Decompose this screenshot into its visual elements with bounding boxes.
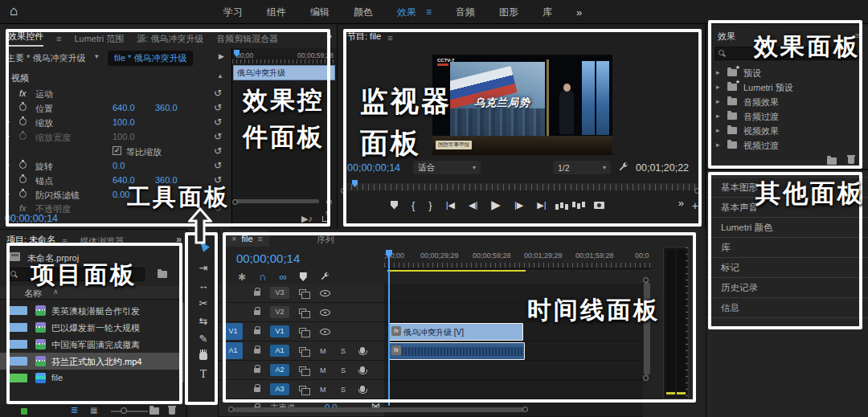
stopwatch-icon[interactable] (19, 176, 27, 183)
work-area-bar[interactable] (387, 270, 526, 272)
effect-controls-timecode[interactable]: 00;00;00;14 (5, 213, 58, 224)
master-clip-label[interactable]: 主要 * 俄乌冲突升级 (6, 52, 85, 64)
new-bin-icon[interactable] (149, 407, 159, 415)
scrollbar-knob-left[interactable] (228, 407, 234, 412)
sync-lock-icon[interactable] (299, 386, 306, 391)
panel-markers[interactable]: 标记 (706, 257, 868, 277)
collapse-section-icon[interactable]: ▲ (217, 72, 223, 80)
project-item-selected[interactable]: 芬兰正式加入北约.mp4 (0, 353, 181, 370)
param-value[interactable]: 0.00 (113, 190, 129, 199)
menu-item-assembly[interactable]: 组件 (267, 6, 286, 19)
param-row-antiflicker[interactable]: ▸ 防闪烁滤镜 0.00 ↺ (0, 188, 231, 202)
effects-bin-video-effects[interactable]: ▸ 视频效果 (706, 124, 868, 137)
extract-icon[interactable] (577, 203, 580, 209)
zoom-level-dropdown[interactable]: 适合 ▾ (413, 161, 481, 174)
param-value-x[interactable]: 640.0 (113, 103, 135, 112)
project-scrollbar[interactable] (182, 302, 184, 382)
voiceover-record-icon[interactable] (360, 366, 365, 373)
track-lane-v3[interactable] (384, 284, 643, 303)
add-marker-icon[interactable] (391, 201, 398, 210)
mini-ruler-ticks[interactable] (232, 59, 337, 63)
tab-overflow-icon[interactable]: » (326, 31, 332, 42)
export-icon[interactable] (322, 216, 330, 222)
label-color-chip[interactable] (6, 357, 27, 366)
reset-icon[interactable]: ↺ (214, 189, 222, 200)
stopwatch-icon[interactable] (19, 118, 27, 125)
go-to-out-icon[interactable]: ▶| (537, 200, 546, 211)
stopwatch-icon[interactable] (19, 133, 27, 140)
expand-icon[interactable]: ▸ (716, 126, 720, 134)
tab-sequence-file[interactable]: × file ≡ (225, 231, 269, 247)
track-badge[interactable]: V2 (270, 306, 289, 318)
effects-bin-presets[interactable]: ▸ 预设 (706, 66, 868, 80)
video-clip[interactable]: fx 俄乌冲突升级 [V] (388, 323, 523, 341)
workspace-options-icon[interactable]: ≡ (426, 6, 432, 18)
zoom-slider-handle[interactable] (121, 407, 127, 414)
timeline-vertical-scrollbar[interactable] (644, 282, 650, 375)
param-row-scale[interactable]: ▸ 缩放 100.0 ↺ (0, 116, 231, 130)
media-browser-icon[interactable] (158, 271, 167, 278)
zoom-slider[interactable] (111, 411, 148, 412)
param-row-uniform-scale[interactable]: 等比缩放 ↺ (0, 145, 231, 159)
mute-button[interactable]: M (320, 386, 326, 394)
step-forward-icon[interactable]: |▶ (514, 200, 523, 211)
video-section-label[interactable]: 视频 (11, 72, 29, 84)
playback-resolution-dropdown[interactable]: 1/2 ▾ (553, 161, 611, 174)
sync-lock-icon[interactable] (299, 289, 306, 295)
param-value[interactable]: 0.0 (113, 161, 125, 170)
clip-next-icon[interactable]: ▶ (219, 52, 224, 60)
lock-icon[interactable] (254, 329, 260, 334)
effects-bin-lumetri-presets[interactable]: ▸ Lumetri 预设 (706, 80, 868, 94)
track-visibility-icon[interactable] (320, 290, 330, 296)
lock-icon[interactable] (254, 368, 260, 373)
track-header-a1[interactable]: A1 A1 M S (219, 341, 384, 361)
clip-dropdown-icon[interactable]: ▾ (95, 52, 99, 60)
menu-item-graphics[interactable]: 图形 (499, 6, 518, 19)
tab-effects[interactable]: 效果 (718, 31, 735, 43)
timeline-settings-icon[interactable] (320, 272, 330, 283)
play-audio-icon[interactable]: ▶♪ (301, 214, 313, 224)
param-value[interactable]: 100.0 (113, 132, 135, 141)
list-view-icon[interactable]: ≣ (71, 405, 78, 415)
panel-essential-graphics[interactable]: 基本图形 (706, 177, 868, 197)
track-select-forward-tool-icon[interactable]: ⇥ (187, 261, 219, 277)
mark-out-icon[interactable]: } (428, 199, 432, 211)
track-header-a2[interactable]: A2 M S (219, 361, 384, 380)
project-item[interactable]: 中国海军圆满完成撤离 (0, 336, 181, 353)
expand-icon[interactable]: ▸ (716, 68, 720, 76)
param-row-position[interactable]: 位置 640.0 360.0 ↺ (0, 101, 231, 116)
lock-icon[interactable] (254, 310, 260, 315)
menu-item-learning[interactable]: 学习 (223, 6, 243, 19)
reset-icon[interactable]: ↺ (214, 102, 222, 113)
effects-search-input[interactable] (714, 47, 857, 60)
project-search-input[interactable] (6, 268, 145, 281)
mini-clip[interactable]: 俄乌冲突升级 (233, 65, 335, 80)
tab-sequence-2[interactable]: 序列 (317, 234, 334, 246)
scrollbar-knob-left[interactable] (232, 199, 238, 205)
hand-tool-icon[interactable] (199, 352, 207, 360)
source-patch[interactable]: A1 (223, 342, 243, 359)
selection-tool-icon[interactable] (197, 239, 210, 251)
label-color-chip[interactable] (6, 374, 27, 382)
stopwatch-icon[interactable] (19, 161, 27, 169)
timeline-timecode[interactable]: 00;00;00;14 (236, 251, 300, 265)
stopwatch-icon[interactable] (19, 104, 27, 111)
effects-bin-audio-transitions[interactable]: ▸ 音频过渡 (706, 109, 868, 123)
track-visibility-icon[interactable] (320, 309, 330, 316)
panel-menu-icon[interactable]: ≡ (258, 234, 263, 243)
panel-history[interactable]: 历史记录 (706, 277, 868, 297)
panel-menu-icon[interactable]: ≡ (387, 33, 392, 43)
param-row-rotation[interactable]: ▸ 旋转 0.0 ↺ (0, 159, 231, 174)
snap-magnet-icon[interactable]: ∩ (259, 271, 266, 283)
solo-button[interactable]: S (341, 347, 346, 355)
sequence-clip-label[interactable]: file * 俄乌冲突升级 (108, 51, 193, 66)
panel-lumetri-color[interactable]: Lumetri 颜色 (706, 217, 868, 237)
label-color-chip[interactable] (6, 340, 27, 349)
tab-program-monitor[interactable]: 节目: file (347, 31, 381, 45)
expand-icon[interactable]: ▸ (6, 132, 10, 140)
sort-ascending-icon[interactable]: ∧ (53, 288, 59, 296)
linked-selection-icon[interactable]: ∞ (279, 271, 286, 283)
effects-bin-video-transitions[interactable]: ▸ 视频过渡 (706, 138, 868, 152)
reset-icon[interactable]: ↺ (214, 88, 222, 99)
track-header-v3[interactable]: V3 (219, 284, 384, 303)
